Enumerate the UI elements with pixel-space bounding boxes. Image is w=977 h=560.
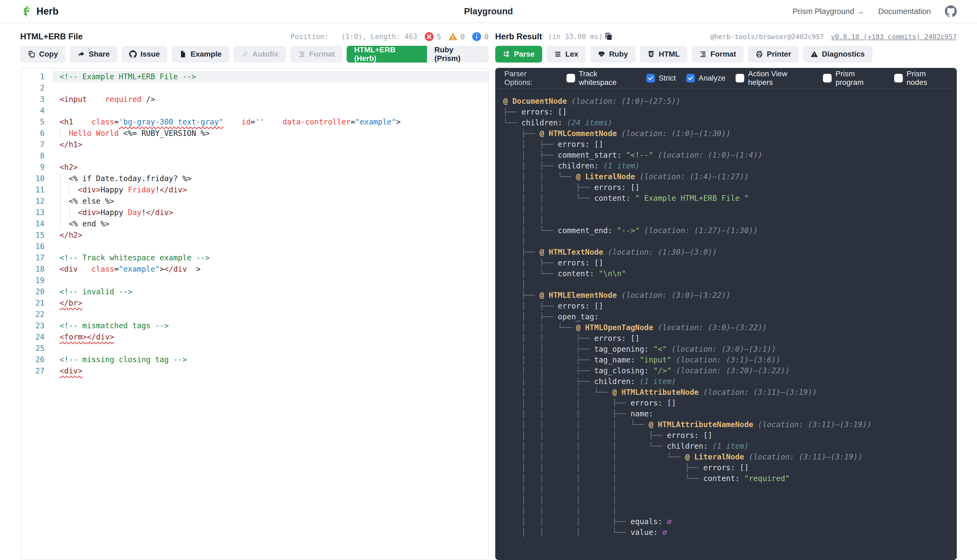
indent-guide bbox=[69, 184, 70, 196]
code-line[interactable]: <!-- missing closing tag --> bbox=[53, 354, 488, 365]
code-line[interactable]: <div> bbox=[53, 365, 488, 377]
code-line[interactable]: <input required /> bbox=[53, 94, 488, 105]
code-line[interactable]: </h1> bbox=[53, 139, 488, 150]
autofix-button[interactable]: Autofix bbox=[234, 46, 286, 63]
code-token bbox=[87, 95, 105, 104]
parse-tab[interactable]: Parse bbox=[495, 46, 542, 63]
code-line[interactable]: <div>Happy Day!</div> bbox=[53, 207, 488, 218]
parser-option-action-view-helpers[interactable]: Action View helpers bbox=[736, 70, 813, 87]
copy-button[interactable]: Copy bbox=[20, 46, 65, 63]
format-button[interactable]: Format bbox=[290, 46, 342, 63]
ast-token: │ │ │ │ └── bbox=[504, 420, 649, 429]
parser-option-strict[interactable]: Strict bbox=[646, 74, 676, 82]
ast-token: (location: (1:0)–(1:4)) bbox=[658, 151, 763, 160]
code-line[interactable]: <div class="example"></div > bbox=[53, 263, 488, 275]
parser-option-track-whitespace[interactable]: Track whitespace bbox=[567, 70, 636, 87]
documentation-link[interactable]: Documentation bbox=[878, 7, 931, 16]
example-button[interactable]: Example bbox=[172, 46, 229, 63]
ast-tree-line: │ │ bbox=[504, 204, 949, 215]
parser-option-prism-program[interactable]: Prism program bbox=[823, 70, 884, 87]
code-line[interactable]: <!-- Example HTML+ERB File --> bbox=[53, 71, 488, 82]
code-token: = bbox=[114, 265, 119, 273]
code-line[interactable] bbox=[53, 82, 488, 94]
code-line[interactable]: </br> bbox=[53, 298, 488, 309]
code-line[interactable]: </h2> bbox=[53, 230, 488, 241]
mode-html-erb-herb[interactable]: HTML+ERB (Herb) bbox=[346, 46, 427, 63]
checkbox-unchecked-icon[interactable] bbox=[736, 74, 744, 82]
code-line[interactable] bbox=[53, 105, 488, 117]
file-icon bbox=[179, 50, 187, 58]
code-line[interactable] bbox=[53, 343, 488, 354]
code-line[interactable]: <% end %> bbox=[53, 218, 488, 230]
ast-node-name: @ HTMLAttributeNameNode bbox=[649, 420, 758, 429]
ast-token: (location: (3:20)–(3:22)) bbox=[676, 366, 790, 375]
copy-result-button[interactable] bbox=[604, 32, 613, 41]
github-icon[interactable] bbox=[945, 5, 957, 17]
share-button[interactable]: Share bbox=[70, 46, 117, 63]
parser-option-prism-nodes[interactable]: Prism nodes bbox=[894, 70, 948, 87]
line-number: 14 bbox=[21, 218, 53, 230]
ast-token: │ │ ├── bbox=[504, 377, 594, 386]
code-line[interactable]: <h2> bbox=[53, 162, 488, 173]
ast-token: │ ├── bbox=[504, 140, 558, 149]
code-line[interactable] bbox=[53, 309, 488, 320]
printer-icon bbox=[756, 50, 763, 58]
code-line[interactable] bbox=[53, 150, 488, 162]
ast-tree-line: │ │ │ └── value: ∅ bbox=[504, 527, 949, 538]
code-line[interactable]: <!-- mismatched tags --> bbox=[53, 320, 488, 332]
issue-button[interactable]: Issue bbox=[122, 46, 167, 63]
ast-token: tag_closing: bbox=[594, 366, 653, 375]
magic-wand-icon bbox=[241, 50, 249, 58]
format-tab[interactable]: Format bbox=[692, 46, 744, 63]
code-line[interactable]: <!-- Track whitespace example --> bbox=[53, 252, 488, 263]
code-token: data-controller bbox=[283, 117, 351, 127]
prism-playground-link[interactable]: Prism Playground → bbox=[793, 7, 864, 16]
checkbox-checked-icon[interactable] bbox=[646, 74, 655, 82]
ast-tree-line: │ │ │ └── @ HTMLAttributeNode (location:… bbox=[504, 387, 949, 398]
line-number: 13 bbox=[21, 207, 53, 218]
lex-tab[interactable]: Lex bbox=[547, 46, 586, 63]
ast-tree-line: │ │ │ │ ├── errors: [] bbox=[504, 462, 949, 473]
checkbox-unchecked-icon[interactable] bbox=[567, 74, 575, 82]
ast-tree-line: │ ├── open_tag: bbox=[504, 312, 949, 322]
editor-code-area[interactable]: <!-- Example HTML+ERB File --><input req… bbox=[53, 68, 488, 560]
code-token: class bbox=[92, 265, 114, 273]
code-line[interactable]: <div>Happy Friday!</div> bbox=[53, 184, 488, 196]
ast-tree-line: │ │ ├── tag_opening: "<" (location: (3:0… bbox=[504, 344, 949, 355]
parser-option-label: Prism nodes bbox=[907, 70, 948, 87]
code-line[interactable]: <form></div> bbox=[53, 332, 488, 343]
checkbox-checked-icon[interactable] bbox=[686, 74, 695, 82]
ast-token: children: bbox=[558, 162, 604, 170]
code-line[interactable]: Hello World <%= RUBY_VERSION %> bbox=[53, 128, 488, 139]
diagnostics-tab[interactable]: Diagnostics bbox=[803, 46, 872, 63]
code-line[interactable]: <h1 class='bg-gray-300 text-gray" id='' … bbox=[53, 117, 488, 128]
ast-token: value: bbox=[631, 528, 662, 537]
line-number: 5 bbox=[21, 117, 53, 128]
ast-node-name: @ HTMLCommentNode bbox=[539, 129, 621, 138]
ast-tree-output[interactable]: @ DocumentNode (location: (1:0)–(27:5))├… bbox=[495, 89, 957, 560]
code-line[interactable]: <!-- invalid --> bbox=[53, 286, 488, 298]
html-tab[interactable]: HTML bbox=[640, 46, 687, 63]
code-editor[interactable]: 1234567891011121314151617181920212223242… bbox=[20, 68, 489, 560]
code-token: <% end %> bbox=[69, 219, 110, 228]
code-line[interactable]: <% else %> bbox=[53, 196, 488, 207]
code-line[interactable]: <% if Date.today.friday? %> bbox=[53, 173, 488, 184]
code-line[interactable] bbox=[53, 275, 488, 286]
indent-guide bbox=[60, 218, 61, 230]
ast-token: name: bbox=[631, 409, 653, 418]
version-link[interactable]: v0.8.10 (+183 commits) 2402c957 bbox=[831, 33, 957, 41]
github-issue-icon bbox=[129, 50, 137, 58]
brand[interactable]: Herb bbox=[20, 5, 59, 18]
code-line[interactable] bbox=[53, 241, 488, 252]
mode-ruby-prism[interactable]: Ruby (Prism) bbox=[427, 46, 489, 63]
line-number: 9 bbox=[21, 162, 53, 173]
ast-tree-line: │ │ └── @ LiteralNode (location: (1:4)–(… bbox=[504, 172, 949, 182]
ruby-tab[interactable]: Ruby bbox=[590, 46, 636, 63]
printer-tab[interactable]: Printer bbox=[748, 46, 799, 63]
checkbox-unchecked-icon[interactable] bbox=[823, 74, 831, 82]
editor-panel-title: HTML+ERB File bbox=[20, 32, 83, 42]
parser-option-analyze[interactable]: Analyze bbox=[686, 74, 726, 82]
ast-token: │ │ │ │ └── bbox=[504, 452, 685, 462]
code-token bbox=[141, 95, 146, 104]
checkbox-unchecked-icon[interactable] bbox=[894, 74, 903, 82]
